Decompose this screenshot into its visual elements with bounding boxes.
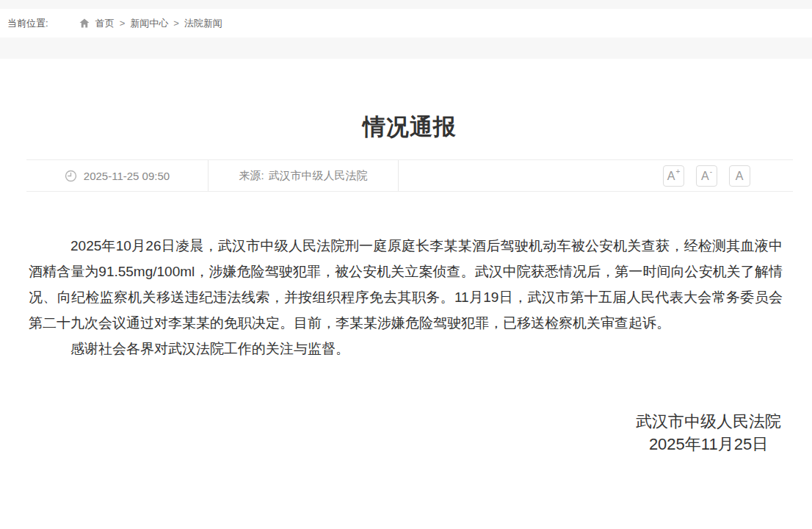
publish-date: 2025-11-25 09:50 [84, 170, 170, 182]
minus-icon: - [710, 168, 712, 176]
home-icon[interactable] [79, 18, 90, 28]
font-reset-label: A [736, 170, 744, 182]
clock-icon [65, 170, 77, 182]
divider-band [0, 37, 812, 59]
article-body: 2025年10月26日凌晨，武汉市中级人民法院刑一庭原庭长李某某酒后驾驶机动车被… [26, 233, 793, 361]
signature-block: 武汉市中级人民法院 2025年11月25日 [26, 410, 793, 456]
breadcrumb-item-home[interactable]: 首页 [95, 17, 115, 30]
plus-icon: + [675, 168, 680, 176]
font-size-controls: A+ A- A [399, 160, 793, 191]
font-increase-label: A [667, 170, 675, 182]
breadcrumb-separator: > [173, 18, 179, 29]
breadcrumb-item-court-news[interactable]: 法院新闻 [184, 17, 222, 30]
source-label: 来源: [239, 169, 264, 183]
top-strip [0, 0, 812, 9]
article-paragraph: 感谢社会各界对武汉法院工作的关注与监督。 [29, 336, 783, 361]
breadcrumb-label: 当前位置: [7, 17, 48, 30]
font-decrease-button[interactable]: A- [696, 165, 717, 187]
signature-date: 2025年11月25日 [636, 433, 781, 456]
signature-name: 武汉市中级人民法院 [636, 410, 781, 433]
font-decrease-label: A [701, 170, 709, 182]
page-title: 情况通报 [26, 59, 793, 143]
source-value: 武汉市中级人民法院 [269, 169, 368, 183]
breadcrumb-item-news-center[interactable]: 新闻中心 [130, 17, 168, 30]
publish-date-cell: 2025-11-25 09:50 [26, 160, 209, 191]
source-cell: 来源: 武汉市中级人民法院 [209, 160, 399, 191]
font-increase-button[interactable]: A+ [663, 165, 684, 187]
article-paragraph: 2025年10月26日凌晨，武汉市中级人民法院刑一庭原庭长李某某酒后驾驶机动车被… [29, 233, 783, 336]
article-page: 情况通报 2025-11-25 09:50 来源: 武汉市中级人民法院 A+ A… [26, 59, 793, 456]
meta-bar: 2025-11-25 09:50 来源: 武汉市中级人民法院 A+ A- A [26, 159, 793, 192]
breadcrumb: 当前位置: 首页 > 新闻中心 > 法院新闻 [0, 9, 812, 37]
breadcrumb-separator: > [120, 18, 126, 29]
font-reset-button[interactable]: A [729, 165, 750, 187]
